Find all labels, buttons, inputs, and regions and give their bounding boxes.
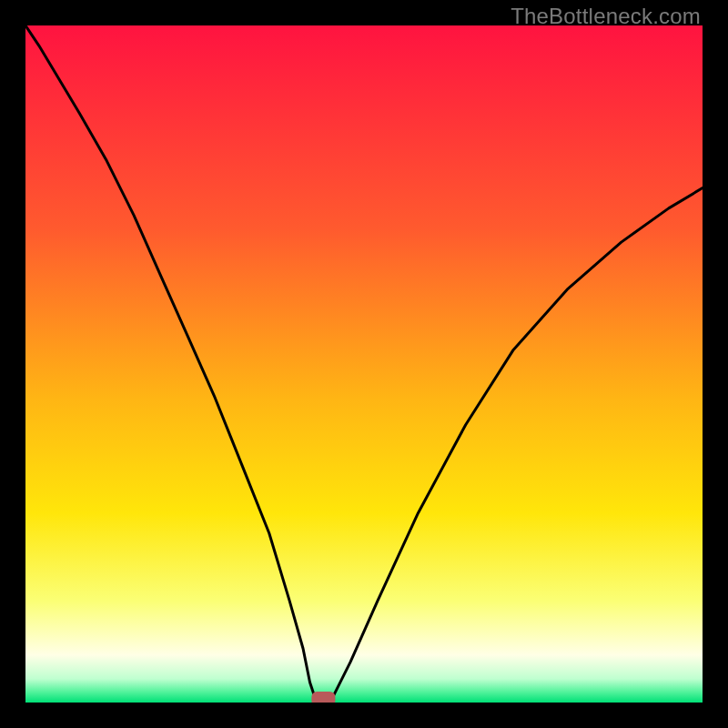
chart-frame: TheBottleneck.com	[0, 0, 728, 728]
gradient-background	[25, 25, 703, 703]
optimal-marker	[311, 692, 335, 703]
plot-area	[25, 25, 703, 703]
bottleneck-chart	[25, 25, 703, 703]
